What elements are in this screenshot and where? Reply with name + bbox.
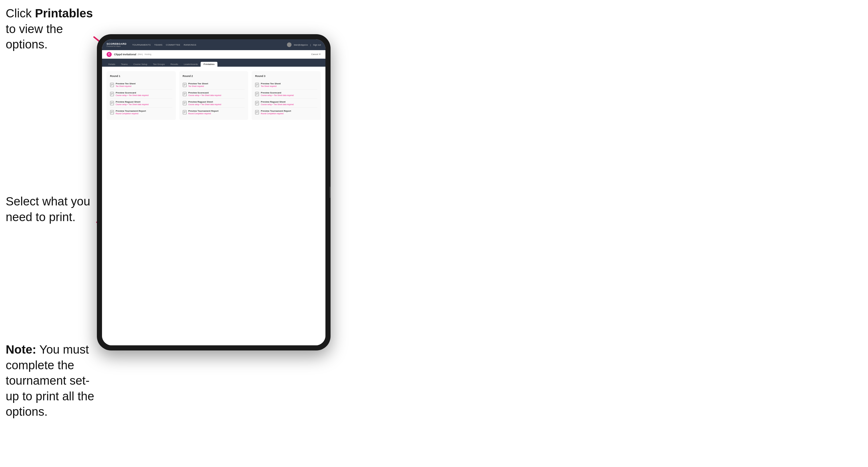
tab-nav: Details Teams Course Setup Tee Groups Re… <box>102 59 326 67</box>
header-right: blair@clippd.io | Sign out <box>287 42 321 47</box>
round2-tee-sheet-sub: Tee Sheet required <box>188 85 208 87</box>
tab-tee-groups[interactable]: Tee Groups <box>150 62 167 67</box>
nav-tournaments[interactable]: TOURNAMENTS <box>132 43 151 47</box>
round3-raguzzi-icon <box>255 101 259 105</box>
round3-scorecard-text: Preview Scorecard Course setup + Tee She… <box>261 91 293 96</box>
round2-tee-sheet[interactable]: Preview Tee Sheet Tee Sheet required <box>183 80 245 90</box>
round2-tee-sheet-title: Preview Tee Sheet <box>188 82 208 85</box>
round3-raguzzi-sub: Course setup + Tee Sheet data required <box>261 103 293 105</box>
round2-raguzzi[interactable]: Preview Raguzzi Sheet Course setup + Tee… <box>183 99 245 108</box>
raguzzi-icon <box>110 101 114 105</box>
nav-rankings[interactable]: RANKINGS <box>184 43 196 47</box>
round2-scorecard-icon <box>183 92 187 96</box>
round1-raguzzi-sub: Course setup + Tee Sheet data required <box>116 103 149 105</box>
round2-scorecard[interactable]: Preview Scorecard Course setup + Tee She… <box>183 90 245 99</box>
round3-tee-sheet-sub: Tee Sheet required <box>261 85 281 87</box>
tournament-status: Hosting <box>145 53 151 55</box>
round2-scorecard-sub: Course setup + Tee Sheet data required <box>188 94 221 96</box>
rounds-grid: Round 1 Preview Tee Sheet Tee Sheet requ… <box>106 71 321 120</box>
round-2-title: Round 2 <box>183 75 245 77</box>
tournament-header: C Clippd Invitational (Men) Hosting Canc… <box>102 50 326 59</box>
app-header: SCOREBOARD Powered by clippd TOURNAMENTS… <box>102 39 326 50</box>
round2-tournament-report[interactable]: Preview Tournament Report Round Completi… <box>183 108 245 117</box>
round1-scorecard-title: Preview Scorecard <box>116 91 149 94</box>
round2-tee-sheet-icon <box>183 83 187 87</box>
separator: | <box>310 43 311 46</box>
round3-raguzzi-text: Preview Raguzzi Sheet Course setup + Tee… <box>261 101 293 105</box>
round1-raguzzi-text: Preview Raguzzi Sheet Course setup + Tee… <box>116 101 149 105</box>
round2-raguzzi-text: Preview Raguzzi Sheet Course setup + Tee… <box>188 101 221 105</box>
round2-raguzzi-title: Preview Raguzzi Sheet <box>188 101 221 103</box>
note-bold: Note: <box>6 343 36 356</box>
round3-scorecard[interactable]: Preview Scorecard Course setup + Tee She… <box>255 90 317 99</box>
round2-tee-sheet-text: Preview Tee Sheet Tee Sheet required <box>188 82 208 87</box>
tablet-device: SCOREBOARD Powered by clippd TOURNAMENTS… <box>97 34 331 350</box>
tab-course-setup[interactable]: Course Setup <box>130 62 150 67</box>
round1-tournament-report[interactable]: Preview Tournament Report Round Completi… <box>110 108 173 117</box>
logo-title: SCOREBOARD <box>106 42 126 45</box>
round3-tournament-report-icon <box>255 110 259 115</box>
round3-raguzzi[interactable]: Preview Raguzzi Sheet Course setup + Tee… <box>255 99 317 108</box>
tournament-name: Clippd Invitational <box>114 53 136 56</box>
printables-bold: Printables <box>35 6 93 20</box>
round2-tournament-report-icon <box>183 110 187 115</box>
tournament-logo: C <box>106 52 112 57</box>
round1-tournament-report-sub: Round Completion required <box>116 113 146 115</box>
round1-tournament-report-title: Preview Tournament Report <box>116 110 146 112</box>
main-content: Round 1 Preview Tee Sheet Tee Sheet requ… <box>102 67 326 345</box>
round1-scorecard-text: Preview Scorecard Course setup + Tee She… <box>116 91 149 96</box>
round3-tournament-report-sub: Round Completion required <box>261 113 291 115</box>
user-email: blair@clippd.io <box>294 43 308 46</box>
round3-tournament-report-title: Preview Tournament Report <box>261 110 291 112</box>
tee-sheet-icon <box>110 83 114 87</box>
round2-tournament-report-text: Preview Tournament Report Round Completi… <box>188 110 219 115</box>
round-3-section: Round 3 Preview Tee Sheet Tee Sheet requ… <box>252 71 321 120</box>
round1-raguzzi[interactable]: Preview Raguzzi Sheet Course setup + Tee… <box>110 99 173 108</box>
round3-tee-sheet[interactable]: Preview Tee Sheet Tee Sheet required <box>255 80 317 90</box>
round-2-section: Round 2 Preview Tee Sheet Tee Sheet requ… <box>179 71 248 120</box>
round1-tournament-report-text: Preview Tournament Report Round Completi… <box>116 110 146 115</box>
round1-tee-sheet-sub: Tee Sheet required <box>116 85 136 87</box>
nav-committee[interactable]: COMMITTEE <box>166 43 180 47</box>
round2-scorecard-text: Preview Scorecard Course setup + Tee She… <box>188 91 221 96</box>
annotation-bottom: Note: You must complete the tournament s… <box>6 342 102 420</box>
tournament-report-icon <box>110 110 114 115</box>
user-avatar <box>287 42 291 47</box>
round3-scorecard-title: Preview Scorecard <box>261 91 293 94</box>
round3-tournament-report-text: Preview Tournament Report Round Completi… <box>261 110 291 115</box>
main-nav: TOURNAMENTS TEAMS COMMITTEE RANKINGS <box>132 43 287 47</box>
round2-tournament-report-sub: Round Completion required <box>188 113 219 115</box>
tab-leaderboards[interactable]: Leaderboards <box>181 62 200 67</box>
tab-details[interactable]: Details <box>105 62 118 67</box>
annotation-top: Click Printables to view the options. <box>6 6 97 53</box>
round1-scorecard[interactable]: Preview Scorecard Course setup + Tee She… <box>110 90 173 99</box>
round3-tournament-report[interactable]: Preview Tournament Report Round Completi… <box>255 108 317 117</box>
nav-teams[interactable]: TEAMS <box>154 43 162 47</box>
round3-tee-sheet-text: Preview Tee Sheet Tee Sheet required <box>261 82 281 87</box>
round3-scorecard-sub: Course setup + Tee Sheet data required <box>261 94 293 96</box>
round2-raguzzi-sub: Course setup + Tee Sheet data required <box>188 103 221 105</box>
round2-raguzzi-icon <box>183 101 187 105</box>
tab-results[interactable]: Results <box>167 62 181 67</box>
round1-raguzzi-title: Preview Raguzzi Sheet <box>116 101 149 103</box>
tab-teams[interactable]: Teams <box>118 62 130 67</box>
logo-subtitle: Powered by clippd <box>106 45 126 47</box>
round1-tee-sheet[interactable]: Preview Tee Sheet Tee Sheet required <box>110 80 173 90</box>
round2-tournament-report-title: Preview Tournament Report <box>188 110 219 112</box>
tournament-gender: (Men) <box>137 53 143 55</box>
round1-scorecard-sub: Course setup + Tee Sheet data required <box>116 94 149 96</box>
round-3-title: Round 3 <box>255 75 317 77</box>
round-1-section: Round 1 Preview Tee Sheet Tee Sheet requ… <box>106 71 176 120</box>
tab-printables[interactable]: Printables <box>200 62 217 67</box>
round3-raguzzi-title: Preview Raguzzi Sheet <box>261 101 293 103</box>
round1-tee-sheet-text: Preview Tee Sheet Tee Sheet required <box>116 82 136 87</box>
sign-out-link[interactable]: Sign out <box>313 43 321 46</box>
round1-tee-sheet-title: Preview Tee Sheet <box>116 82 136 85</box>
scorecard-icon <box>110 92 114 96</box>
tablet-screen: SCOREBOARD Powered by clippd TOURNAMENTS… <box>102 39 326 345</box>
round3-tee-sheet-title: Preview Tee Sheet <box>261 82 281 85</box>
round3-tee-sheet-icon <box>255 83 259 87</box>
cancel-button[interactable]: Cancel ✕ <box>311 53 321 56</box>
tablet-side-button <box>330 187 331 198</box>
round2-scorecard-title: Preview Scorecard <box>188 91 221 94</box>
